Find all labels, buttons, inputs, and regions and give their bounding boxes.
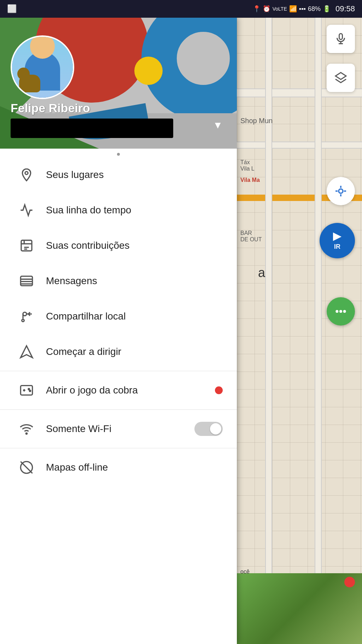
profile-header: Felipe Ribeiro ▼	[0, 18, 237, 149]
offline-map-icon	[14, 460, 39, 475]
food-red-dot	[344, 577, 355, 587]
menu-divider-2	[0, 409, 237, 410]
menu-label-compartilhar: Compartilhar local	[46, 311, 223, 322]
volte-icon: VoLTE	[273, 6, 287, 12]
drive-icon	[14, 345, 39, 359]
wifi-toggle-knob	[210, 423, 221, 435]
menu-item-somente-wifi[interactable]: Somente Wi-Fi	[0, 411, 237, 447]
drawer-handle-dot	[117, 153, 120, 156]
more-icon	[335, 309, 346, 314]
menu-divider-1	[0, 371, 237, 371]
svg-point-9	[335, 310, 338, 313]
menu-label-mensagens: Mensagens	[46, 275, 223, 287]
svg-rect-0	[339, 34, 343, 40]
battery-percent: 68%	[308, 5, 321, 13]
bg-shape-yellow	[134, 57, 163, 85]
status-icons: 📍 ⏰ VoLTE 📶 ▪▪▪ 68% 🔋 09:58	[253, 4, 355, 13]
signal-status-icon: ▪▪▪	[299, 5, 306, 13]
navigate-label: IR	[334, 243, 340, 251]
svg-point-10	[339, 310, 342, 313]
svg-point-11	[343, 310, 346, 313]
menu-item-jogo-cobra[interactable]: Abrir o jogo da cobra	[0, 373, 237, 408]
wifi-icon	[14, 422, 39, 436]
map-label-bar: BARDE OUT	[240, 230, 262, 243]
location-icon	[334, 185, 347, 197]
food-thumbnail	[237, 573, 362, 644]
menu-label-seus-lugares: Seus lugares	[46, 169, 223, 180]
profile-name: Felipe Ribeiro	[11, 101, 173, 115]
menu-label-mapas-offline: Mapas off-line	[46, 462, 223, 473]
location-status-icon: 📍	[253, 5, 261, 13]
map-road-h2	[237, 142, 362, 149]
mic-button[interactable]	[327, 25, 355, 53]
profile-dropdown-arrow[interactable]: ▼	[213, 120, 223, 131]
svg-point-27	[26, 433, 27, 434]
menu-item-seus-lugares[interactable]: Seus lugares	[0, 157, 237, 192]
profile-avatar[interactable]	[11, 35, 74, 99]
map-tiles	[237, 18, 362, 644]
svg-point-4	[339, 189, 343, 193]
battery-icon: 🔋	[323, 5, 331, 13]
map-label-vila: Vila Ma	[240, 177, 260, 183]
layers-button[interactable]	[327, 64, 355, 92]
svg-point-26	[29, 390, 30, 391]
game-icon	[14, 383, 39, 397]
menu-divider-3	[0, 448, 237, 448]
avatar-image	[12, 37, 73, 98]
mic-icon	[334, 33, 347, 45]
menu-item-contribuicoes[interactable]: Suas contribuições	[0, 228, 237, 263]
jogo-cobra-badge	[215, 386, 223, 394]
menu-item-comecar-dirigir[interactable]: Começar a dirigir	[0, 334, 237, 369]
menu-label-jogo-cobra: Abrir o jogo da cobra	[46, 385, 215, 396]
svg-point-20	[22, 319, 24, 322]
navigate-button[interactable]: IR	[320, 223, 355, 258]
drawer-handle	[0, 149, 237, 157]
timeline-icon	[14, 203, 39, 217]
wifi-status-icon: 📶	[289, 5, 297, 13]
alarm-status-icon: ⏰	[263, 5, 270, 13]
wifi-toggle[interactable]	[194, 422, 223, 436]
menu-item-mapas-offline[interactable]: Mapas off-line	[0, 450, 237, 485]
menu-label-somente-wifi: Somente Wi-Fi	[46, 423, 194, 435]
map-road-v1	[265, 18, 272, 644]
map-label-shop: Shop Mun	[240, 117, 273, 125]
status-bar-left-icon: ⬜	[7, 4, 17, 13]
status-time: 09:58	[335, 4, 355, 13]
navigate-icon	[332, 231, 343, 242]
more-button[interactable]	[327, 297, 355, 326]
menu-list: Seus lugares Sua linha do tempo	[0, 157, 237, 644]
svg-marker-21	[21, 346, 32, 357]
map-road-v2	[315, 18, 322, 644]
share-location-icon	[14, 309, 39, 323]
map-voce-label: ocê	[240, 569, 250, 575]
side-drawer: Felipe Ribeiro ▼ Seus lugares Sua linha …	[0, 18, 237, 644]
menu-label-contribuicoes: Suas contribuições	[46, 240, 223, 251]
location-pin-icon	[14, 168, 39, 182]
menu-item-compartilhar[interactable]: Compartilhar local	[0, 299, 237, 334]
menu-item-mensagens[interactable]: Mensagens	[0, 263, 237, 299]
contributions-icon	[14, 238, 39, 253]
messages-icon	[14, 274, 39, 288]
map-label-a: a	[258, 265, 265, 280]
layers-icon	[334, 71, 347, 84]
location-button[interactable]	[327, 177, 355, 205]
menu-label-comecar-dirigir: Começar a dirigir	[46, 346, 223, 357]
menu-item-linha-tempo[interactable]: Sua linha do tempo	[0, 192, 237, 228]
profile-email-bar	[11, 119, 173, 138]
status-bar: ⬜ 📍 ⏰ VoLTE 📶 ▪▪▪ 68% 🔋 09:58	[0, 0, 362, 18]
svg-point-25	[28, 389, 29, 390]
svg-marker-3	[335, 73, 346, 80]
map-background: Shop Mun TáxVila L Vila Ma BARDE OUT a	[237, 18, 362, 644]
profile-info: Felipe Ribeiro	[11, 101, 173, 138]
menu-label-linha-tempo: Sua linha do tempo	[46, 205, 223, 216]
food-image	[237, 573, 362, 644]
map-label-tax: TáxVila L	[240, 159, 255, 172]
